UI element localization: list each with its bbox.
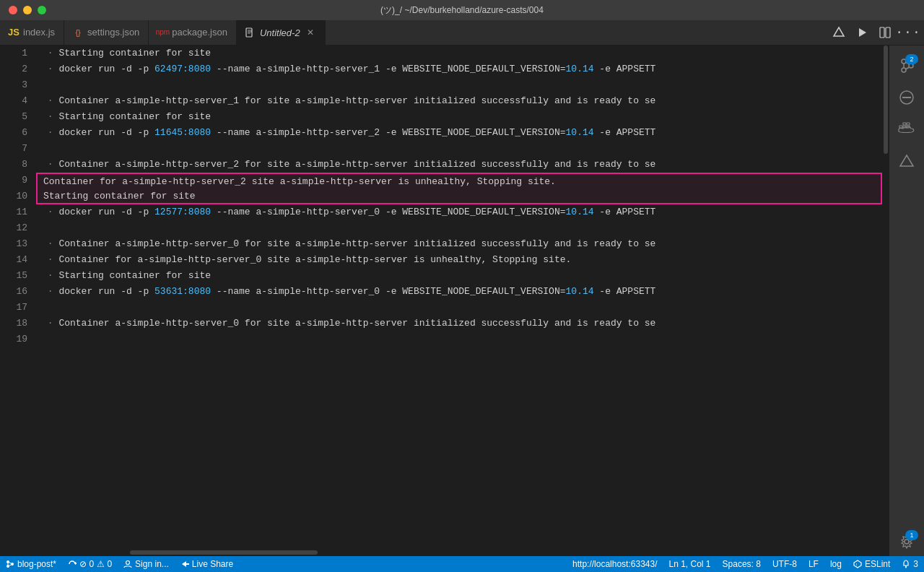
code-line-5: · Starting container for site: [36, 109, 882, 125]
docker-icon[interactable]: [892, 115, 921, 144]
line-num-13: 13: [0, 236, 36, 252]
code-line-3: [36, 77, 882, 93]
encoding-label: UTF-8: [772, 559, 797, 569]
language-status[interactable]: log: [824, 559, 847, 569]
live-share-status[interactable]: Live Share: [175, 556, 239, 572]
dot: ·: [42, 95, 58, 106]
code-line-8: · Container a-simple-http-server_2 for s…: [36, 157, 882, 173]
svg-point-8: [902, 59, 906, 64]
code-line-16: · docker run -d -p 53631:8080 --name a-s…: [36, 284, 882, 300]
tab-index-js[interactable]: JS index.js: [0, 20, 64, 45]
line-ending-status[interactable]: LF: [803, 559, 824, 569]
tab-settings-json[interactable]: {} settings.json: [64, 20, 149, 45]
close-button[interactable]: [9, 6, 17, 14]
svg-line-28: [9, 565, 12, 566]
svg-rect-19: [903, 123, 906, 125]
horizontal-scrollbar[interactable]: [36, 549, 882, 556]
window-controls: [9, 6, 46, 14]
code-line-1: · Starting container for site: [36, 46, 882, 61]
dot: ·: [42, 207, 58, 217]
version-link[interactable]: 10.14: [566, 286, 594, 297]
dot: ·: [42, 159, 58, 170]
svg-text:!: !: [855, 563, 857, 567]
url-status[interactable]: http://localhost:63343/: [567, 559, 663, 569]
code-line-19: [36, 332, 882, 347]
window-title: (ツ)_/ ~/Dev/burkeholland/azure-casts/004: [380, 4, 544, 17]
h-scrollbar-thumb[interactable]: [130, 550, 318, 555]
dot: ·: [42, 48, 58, 58]
line-num-1: 1: [0, 46, 36, 61]
no-entry-icon[interactable]: [892, 83, 921, 112]
port-link[interactable]: 53631:8080: [154, 286, 211, 297]
split-editor-button[interactable]: [875, 22, 895, 43]
svg-point-9: [902, 68, 906, 72]
svg-marker-5: [859, 28, 866, 37]
tab-untitled-2[interactable]: Untitled-2 ✕: [237, 20, 326, 45]
line-num-12: 12: [0, 220, 36, 236]
bell-status[interactable]: 3: [896, 559, 924, 569]
line-num-8: 8: [0, 157, 36, 173]
maximize-button[interactable]: [38, 6, 46, 14]
minimize-button[interactable]: [23, 6, 32, 14]
svg-marker-29: [75, 562, 77, 565]
bell-count: 3: [913, 559, 918, 569]
branch-status[interactable]: blog-post*: [0, 556, 62, 572]
line-num-3: 3: [0, 77, 36, 93]
eslint-label: ESLint: [865, 559, 890, 569]
npm-icon: npm: [157, 27, 167, 38]
sign-in-status[interactable]: Sign in...: [118, 556, 175, 572]
dot: ·: [42, 111, 58, 122]
url-label: http://localhost:63343/: [572, 559, 657, 569]
line-num-16: 16: [0, 284, 36, 300]
js-icon: JS: [9, 27, 19, 38]
tab-bar: JS index.js {} settings.json npm package…: [0, 20, 924, 46]
scrollbar[interactable]: [882, 46, 889, 556]
svg-rect-20: [907, 123, 910, 125]
version-link[interactable]: 10.14: [566, 207, 594, 217]
titlebar: (ツ)_/ ~/Dev/burkeholland/azure-casts/004: [0, 0, 924, 20]
port-link[interactable]: 62497:8080: [154, 64, 211, 74]
language-label: log: [830, 559, 842, 569]
eslint-status[interactable]: ! ESLint: [847, 559, 896, 569]
live-share-label: Live Share: [192, 559, 233, 569]
tab-actions: ···: [823, 20, 924, 45]
run-button[interactable]: [852, 22, 872, 43]
dot: ·: [42, 270, 58, 281]
line-num-14: 14: [0, 252, 36, 268]
git-lens-button[interactable]: [829, 22, 849, 43]
port-link[interactable]: 12577:8080: [154, 207, 211, 217]
spaces-label: Spaces: 8: [723, 559, 761, 569]
azure-icon[interactable]: [892, 147, 921, 176]
status-right: http://localhost:63343/ Ln 1, Col 1 Spac…: [567, 559, 924, 569]
version-link[interactable]: 10.14: [566, 64, 594, 74]
more-actions-button[interactable]: ···: [898, 22, 918, 43]
dot: ·: [42, 318, 58, 329]
sync-status[interactable]: ⊘ 0 ⚠ 0: [62, 556, 118, 572]
line-num-9: 9: [0, 173, 36, 188]
line-num-11: 11: [0, 204, 36, 220]
code-line-13: · Container a-simple-http-server_0 for s…: [36, 236, 882, 252]
warning-count: ⚠ 0: [97, 559, 112, 569]
cursor-status[interactable]: Ln 1, Col 1: [663, 559, 717, 569]
version-link[interactable]: 10.14: [566, 127, 594, 138]
scrollbar-thumb[interactable]: [884, 46, 888, 154]
code-line-11: · docker run -d -p 12577:8080 --name a-s…: [36, 204, 882, 220]
svg-point-22: [905, 540, 909, 544]
encoding-status[interactable]: UTF-8: [767, 559, 803, 569]
port-link[interactable]: 11645:8080: [154, 127, 211, 138]
line-num-19: 19: [0, 332, 36, 347]
tab-label: index.js: [23, 27, 55, 38]
code-line-12: [36, 220, 882, 236]
file-icon: [245, 27, 256, 38]
spaces-status[interactable]: Spaces: 8: [717, 559, 767, 569]
source-control-icon[interactable]: [892, 51, 921, 80]
code-line-9: Container for a-simple-http-server_2 sit…: [36, 173, 882, 188]
code-area[interactable]: 1 2 3 4 5 6 7 8 9 10 11 12 13 14 15 16 1…: [0, 46, 889, 556]
svg-rect-0: [246, 28, 252, 37]
editor-area[interactable]: 1 2 3 4 5 6 7 8 9 10 11 12 13 14 15 16 1…: [0, 46, 889, 556]
tab-close-button[interactable]: ✕: [305, 27, 316, 38]
tab-label: Untitled-2: [260, 27, 300, 38]
settings-icon[interactable]: [892, 527, 921, 556]
tab-package-json[interactable]: npm package.json: [149, 20, 237, 45]
svg-point-23: [6, 560, 9, 563]
